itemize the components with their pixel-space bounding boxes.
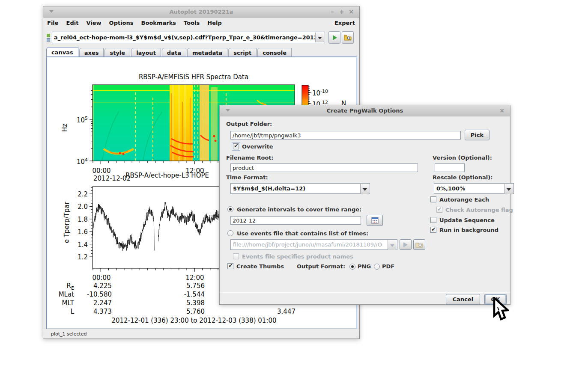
table-cell: -1.544 — [170, 291, 205, 298]
plot2-xtick-0: 00:00 — [87, 274, 116, 282]
events-file-specifies-checkbox — [233, 253, 239, 259]
maximize-button[interactable]: + — [337, 8, 346, 15]
generate-intervals-label[interactable]: Generate intervals to cover time range: — [237, 206, 361, 213]
pdf-label[interactable]: PDF — [382, 263, 394, 270]
update-sequence-label[interactable]: Update Sequence — [439, 217, 495, 223]
table-cell: 5.756 — [170, 282, 205, 290]
dialog-close-button[interactable]: × — [497, 107, 507, 114]
pick-button[interactable]: Pick — [465, 130, 489, 140]
output-folder-field[interactable]: /home/jbf/tmp/pngwalk3 — [230, 131, 461, 140]
table-cell: 4.225 — [78, 282, 112, 290]
version-label: Version (Optional): — [433, 154, 492, 161]
run-in-background-label[interactable]: Run in background — [439, 227, 498, 233]
table-row-label: MLat — [47, 291, 74, 298]
update-sequence-checkbox[interactable] — [430, 217, 436, 223]
use-events-file-label[interactable]: Use events file that contains list of ti… — [237, 230, 368, 237]
menu-view[interactable]: View — [82, 18, 105, 28]
datasource-type-icon — [46, 33, 51, 42]
table-row-label: RE — [47, 282, 74, 291]
create-thumbs-label[interactable]: Create Thumbs — [236, 263, 284, 270]
tab-metadata[interactable]: metadata — [187, 48, 227, 57]
use-events-file-radio[interactable] — [227, 230, 233, 236]
minimize-button[interactable]: – — [328, 8, 337, 15]
chevron-down-icon — [507, 188, 511, 191]
go-plot-button[interactable] — [328, 31, 340, 44]
tab-data[interactable]: data — [162, 48, 186, 57]
play-icon — [403, 242, 408, 247]
events-file-combobox: file:///home/jbf/project/juno/u/masafumi… — [230, 239, 397, 250]
plot2-ytick: 1.4 — [71, 241, 88, 249]
play-icon — [333, 35, 337, 40]
calendar-button[interactable] — [367, 215, 383, 226]
autorange-each-label[interactable]: Autorange Each — [439, 196, 489, 203]
autorange-each-checkbox[interactable] — [430, 196, 436, 202]
plot2-title: RBSP-A/ect-hope-L3 HOPE — [125, 172, 209, 179]
plot2-xtick-1: 12:00 — [180, 274, 210, 282]
table-cell: -10.580 — [78, 291, 112, 298]
filename-root-field[interactable]: product — [230, 163, 418, 172]
uri-dropdown-button[interactable] — [315, 33, 324, 42]
time-format-value: $Y$m$d_$(H,delta=12) — [233, 185, 359, 192]
chevron-down-icon — [318, 37, 322, 39]
plot2-ytick: 2.0 — [71, 203, 88, 211]
menu-options[interactable]: Options — [105, 18, 137, 28]
plot1-ytick: 104 — [71, 157, 88, 166]
app-titlebar[interactable]: Autoplot 20190221a –+× — [43, 6, 359, 18]
menu-edit[interactable]: Edit — [63, 18, 83, 28]
chevron-down-icon — [363, 188, 367, 191]
folder-search-icon — [344, 34, 352, 41]
create-thumbs-checkbox[interactable]: ✔ — [227, 263, 233, 269]
dialog-separator — [220, 292, 510, 293]
plot2-ytick: 1.6 — [71, 228, 88, 236]
uri-combobox[interactable]: a_rel04_ect-hope-mom-l3_$Y$m$d_v$(v,sep)… — [52, 32, 325, 43]
version-field[interactable] — [435, 163, 465, 172]
pdf-radio[interactable] — [374, 264, 380, 270]
events-file-value: file:///home/jbf/project/juno/u/masafumi… — [233, 241, 387, 248]
time-format-dropdown[interactable] — [360, 184, 369, 194]
tperp-tpar-series — [93, 202, 220, 251]
overwrite-label[interactable]: Overwrite — [242, 143, 273, 150]
check-autorange-flag-label: Check Autorange flag — [445, 207, 513, 213]
menu-file[interactable]: File — [43, 18, 63, 28]
pngwalk-options-dialog: Create PngWalk Options × Output Folder: … — [219, 105, 510, 305]
time-format-combobox[interactable]: $Y$m$d_$(H,delta=12) — [230, 183, 370, 194]
run-in-background-checkbox[interactable]: ✔ — [430, 227, 436, 233]
plot2-ytick: 1.8 — [71, 216, 88, 223]
time-format-label: Time Format: — [226, 174, 268, 181]
tab-style[interactable]: style — [104, 48, 130, 57]
png-label[interactable]: PNG — [358, 263, 371, 270]
tab-script[interactable]: script — [228, 48, 257, 57]
plot1-xtick-0: 00:00 — [87, 167, 116, 175]
tab-axes[interactable]: axes — [79, 48, 104, 57]
inspect-uri-button[interactable] — [342, 31, 354, 44]
address-row: a_rel04_ect-hope-mom-l3_$Y$m$d_v$(v,sep)… — [43, 31, 359, 45]
png-radio[interactable] — [349, 264, 355, 270]
uri-value[interactable]: a_rel04_ect-hope-mom-l3_$Y$m$d_v$(v,sep)… — [54, 34, 315, 41]
tab-canvas[interactable]: canvas — [46, 47, 78, 57]
menu-help[interactable]: Help — [203, 18, 225, 28]
colorbar-tick-0: 10-10 — [312, 89, 328, 97]
close-button[interactable]: × — [346, 8, 356, 15]
timerange-field[interactable]: 2012-12 — [230, 216, 361, 225]
output-folder-label: Output Folder: — [226, 121, 272, 127]
expert-menu[interactable]: Expert — [334, 20, 355, 26]
tab-console[interactable]: console — [257, 48, 292, 57]
chevron-down-icon — [390, 244, 394, 247]
menu-bookmarks[interactable]: Bookmarks — [137, 18, 180, 28]
overwrite-checkbox[interactable]: ✔ — [233, 143, 239, 149]
table-cell: 5.398 — [170, 299, 205, 307]
rescale-combobox[interactable]: 0%,100% — [434, 183, 514, 194]
plot2-ytick: 2.2 — [71, 190, 88, 198]
rescale-value: 0%,100% — [436, 185, 503, 192]
rescale-label: Rescale (Optional): — [433, 174, 492, 181]
table-cell: 3.447 — [261, 308, 295, 315]
cancel-button[interactable]: Cancel — [446, 294, 480, 305]
dialog-titlebar[interactable]: Create PngWalk Options × — [220, 105, 510, 116]
tab-layout[interactable]: layout — [131, 48, 161, 57]
mouse-cursor — [492, 297, 509, 324]
table-cell: 4.373 — [78, 308, 112, 315]
rescale-dropdown[interactable] — [504, 184, 513, 194]
menubar: FileEditViewOptionsBookmarksToolsHelp Ex… — [43, 18, 359, 28]
generate-intervals-radio[interactable] — [227, 206, 233, 212]
menu-tools[interactable]: Tools — [180, 18, 203, 28]
